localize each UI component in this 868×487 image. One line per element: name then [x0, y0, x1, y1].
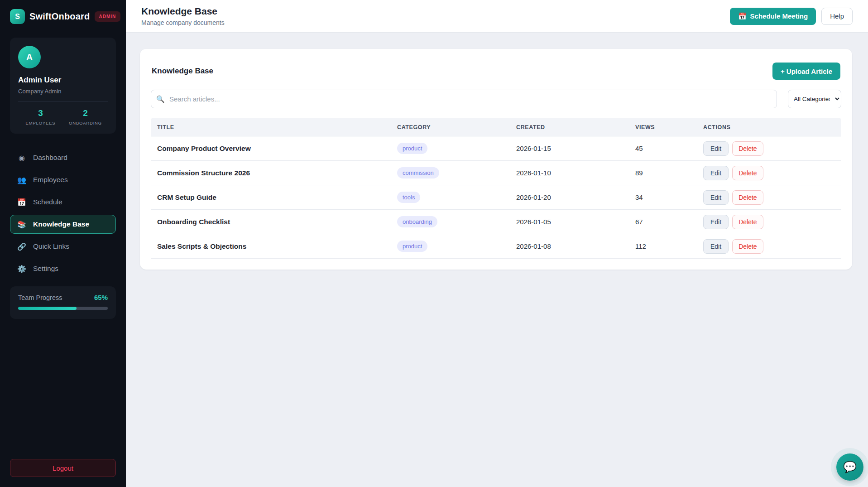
stat-onboarding-value: 2	[63, 108, 108, 118]
stat-onboarding-label: ONBOARDING	[63, 121, 108, 125]
dashboard-icon: ◉	[17, 154, 27, 162]
delete-button[interactable]: Delete	[732, 141, 763, 156]
content-area: Knowledge Base + Upload Article 🔍 All Ca…	[126, 33, 868, 487]
sidebar-item-settings[interactable]: ⚙️ Settings	[10, 259, 116, 278]
table-row: CRM Setup Guide tools 2026-01-20 34 Edit…	[151, 185, 841, 210]
category-badge: commission	[397, 167, 439, 178]
sidebar-item-employees[interactable]: 👥 Employees	[10, 170, 116, 189]
category-badge: tools	[397, 192, 420, 203]
article-title: CRM Setup Guide	[151, 193, 391, 202]
sidebar-item-label: Dashboard	[33, 154, 67, 162]
category-badge: product	[397, 241, 427, 252]
article-created: 2026-01-10	[510, 169, 629, 177]
search-icon: 🔍	[156, 95, 165, 103]
filter-row: 🔍 All Categories	[151, 90, 841, 108]
sidebar-item-quick-links[interactable]: 🔗 Quick Links	[10, 237, 116, 256]
article-title: Onboarding Checklist	[151, 218, 391, 226]
sidebar-item-dashboard[interactable]: ◉ Dashboard	[10, 148, 116, 167]
article-title: Commission Structure 2026	[151, 169, 391, 177]
stat-employees-label: EMPLOYEES	[18, 121, 63, 125]
article-title: Sales Scripts & Objections	[151, 242, 391, 251]
article-views: 112	[629, 242, 697, 250]
sidebar-nav: ◉ Dashboard 👥 Employees 📅 Schedule 📚 Kno…	[10, 148, 116, 278]
category-filter[interactable]: All Categories	[788, 90, 841, 108]
sidebar-item-label: Schedule	[33, 198, 62, 206]
delete-button[interactable]: Delete	[732, 166, 763, 180]
knowledge-base-panel: Knowledge Base + Upload Article 🔍 All Ca…	[140, 49, 852, 270]
schedule-meeting-button[interactable]: 📅 Schedule Meeting	[730, 8, 816, 25]
sidebar-item-label: Employees	[33, 176, 68, 184]
user-stats: 3 EMPLOYEES 2 ONBOARDING	[18, 108, 108, 125]
stat-employees: 3 EMPLOYEES	[18, 108, 63, 125]
article-views: 89	[629, 169, 697, 177]
stat-onboarding: 2 ONBOARDING	[63, 108, 108, 125]
edit-button[interactable]: Edit	[703, 215, 729, 229]
calendar-icon: 📅	[17, 198, 27, 207]
article-created: 2026-01-15	[510, 145, 629, 152]
sidebar-item-label: Knowledge Base	[33, 220, 89, 228]
sidebar-item-label: Settings	[33, 265, 58, 273]
search-input[interactable]	[151, 90, 777, 108]
chat-bubble-icon: 💬	[843, 461, 857, 473]
table-header-row: TITLE CATEGORY CREATED VIEWS ACTIONS	[151, 118, 841, 136]
help-button[interactable]: Help	[821, 8, 853, 25]
category-badge: onboarding	[397, 216, 437, 227]
sidebar-item-knowledge-base[interactable]: 📚 Knowledge Base	[10, 215, 116, 234]
sidebar: S SwiftOnboard ADMIN A Admin User Compan…	[0, 0, 126, 487]
team-progress-percent: 65%	[94, 294, 108, 301]
article-title: Company Product Overview	[151, 145, 391, 153]
table-row: Sales Scripts & Objections product 2026-…	[151, 234, 841, 259]
edit-button[interactable]: Edit	[703, 190, 729, 205]
edit-button[interactable]: Edit	[703, 166, 729, 180]
category-badge: product	[397, 143, 427, 154]
brand-logo-icon: S	[10, 9, 25, 24]
user-name: Admin User	[18, 76, 108, 85]
delete-button[interactable]: Delete	[732, 190, 763, 205]
article-created: 2026-01-20	[510, 193, 629, 201]
progress-fill	[18, 307, 77, 310]
article-views: 67	[629, 218, 697, 226]
chat-fab-button[interactable]: 💬	[836, 453, 863, 481]
top-header: Knowledge Base Manage company documents …	[126, 0, 868, 33]
delete-button[interactable]: Delete	[732, 215, 763, 229]
team-progress-card: Team Progress 65%	[10, 286, 116, 319]
table-row: Company Product Overview product 2026-01…	[151, 136, 841, 161]
col-created: CREATED	[510, 124, 629, 130]
articles-table: TITLE CATEGORY CREATED VIEWS ACTIONS Com…	[151, 118, 841, 259]
header-actions: 📅 Schedule Meeting Help	[730, 8, 853, 25]
panel-title: Knowledge Base	[152, 67, 213, 76]
sidebar-item-schedule[interactable]: 📅 Schedule	[10, 193, 116, 212]
user-card: A Admin User Company Admin 3 EMPLOYEES 2…	[10, 38, 116, 134]
calendar-icon: 📅	[738, 12, 747, 20]
gear-icon: ⚙️	[17, 265, 27, 273]
page-title: Knowledge Base	[141, 6, 225, 17]
article-views: 34	[629, 193, 697, 201]
avatar: A	[18, 46, 41, 68]
page-subtitle: Manage company documents	[141, 19, 225, 26]
article-created: 2026-01-08	[510, 242, 629, 250]
logout-button[interactable]: Logout	[10, 459, 116, 477]
stat-employees-value: 3	[18, 108, 63, 118]
link-icon: 🔗	[17, 242, 27, 251]
edit-button[interactable]: Edit	[703, 239, 729, 254]
upload-article-button[interactable]: + Upload Article	[772, 63, 840, 80]
col-actions: ACTIONS	[697, 124, 841, 130]
admin-badge: ADMIN	[95, 11, 121, 22]
edit-button[interactable]: Edit	[703, 141, 729, 156]
brand-name: SwiftOnboard	[29, 11, 90, 22]
books-icon: 📚	[17, 220, 27, 229]
article-created: 2026-01-05	[510, 218, 629, 226]
table-row: Onboarding Checklist onboarding 2026-01-…	[151, 210, 841, 234]
user-role: Company Admin	[18, 88, 108, 102]
team-progress-label: Team Progress	[18, 294, 62, 301]
sidebar-item-label: Quick Links	[33, 242, 69, 251]
main-area: Knowledge Base Manage company documents …	[126, 0, 868, 487]
table-row: Commission Structure 2026 commission 202…	[151, 161, 841, 185]
brand: S SwiftOnboard ADMIN	[10, 9, 116, 24]
delete-button[interactable]: Delete	[732, 239, 763, 254]
col-title: TITLE	[151, 124, 391, 130]
article-views: 45	[629, 145, 697, 152]
page-heading: Knowledge Base Manage company documents	[141, 6, 225, 26]
col-category: CATEGORY	[391, 124, 510, 130]
progress-track	[18, 307, 108, 310]
